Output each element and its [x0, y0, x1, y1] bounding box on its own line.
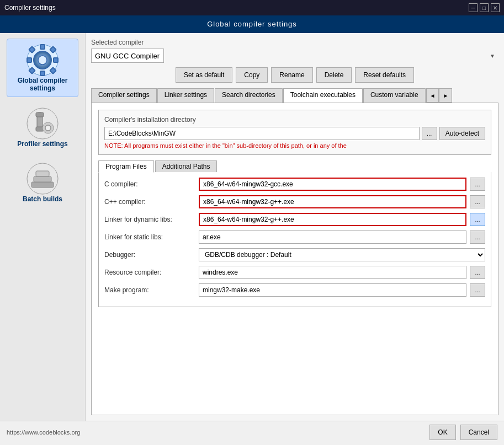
- sidebar-item-profiler[interactable]: Profiler settings: [7, 103, 78, 152]
- minimize-button[interactable]: ─: [469, 3, 478, 12]
- title-bar: Compiler settings ─ □ ✕: [0, 0, 504, 15]
- install-dir-row: ... Auto-detect: [104, 127, 485, 140]
- install-dir-section: Compiler's installation directory ... Au…: [98, 110, 491, 155]
- sub-tabs: Program Files Additional Paths: [98, 160, 491, 172]
- svg-rect-20: [36, 171, 49, 176]
- svg-rect-18: [31, 182, 54, 187]
- dialog-title: Global compiler settings: [207, 20, 297, 28]
- cpp-compiler-browse-button[interactable]: ...: [470, 195, 485, 208]
- main-panel: Compiler's installation directory ... Au…: [91, 103, 498, 415]
- linker-static-row: Linker for static libs: ...: [104, 230, 485, 244]
- sidebar-item-global-compiler[interactable]: Global compiler settings: [7, 39, 78, 97]
- delete-button[interactable]: Delete: [316, 67, 352, 83]
- cancel-button[interactable]: Cancel: [460, 425, 497, 440]
- dialog-header: Global compiler settings: [0, 15, 504, 33]
- debugger-select[interactable]: GDB/CDB debugger : Default: [199, 248, 485, 261]
- install-dir-note: NOTE: All programs must exist either in …: [104, 142, 485, 149]
- linker-static-input[interactable]: [199, 230, 466, 244]
- svg-rect-1: [40, 45, 45, 49]
- linker-dynamic-browse-button[interactable]: ...: [470, 213, 485, 226]
- make-program-row: Make program: ...: [104, 283, 485, 297]
- svg-point-16: [45, 125, 51, 131]
- linker-dynamic-row: Linker for dynamic libs: ...: [104, 213, 485, 226]
- program-files-panel: C compiler: ... C++ compiler: ... Linker…: [98, 172, 491, 307]
- reset-defaults-button[interactable]: Reset defaults: [355, 67, 414, 83]
- title-bar-text: Compiler settings: [4, 4, 56, 12]
- cpp-compiler-row: C++ compiler: ...: [104, 195, 485, 208]
- sidebar-item-global-compiler-label: Global compiler settings: [12, 77, 73, 92]
- svg-point-10: [38, 56, 47, 65]
- make-program-label: Make program:: [104, 286, 195, 294]
- batch-builds-icon: [26, 162, 59, 195]
- title-bar-controls: ─ □ ✕: [469, 3, 500, 12]
- close-button[interactable]: ✕: [491, 3, 500, 12]
- rename-button[interactable]: Rename: [271, 67, 312, 83]
- sidebar: Global compiler settings Profiler settin…: [0, 33, 86, 421]
- compiler-select-wrapper: GNU GCC Compiler ▼: [91, 49, 498, 63]
- linker-dynamic-label: Linker for dynamic libs:: [104, 216, 195, 223]
- linker-static-browse-button[interactable]: ...: [470, 230, 485, 244]
- compiler-select[interactable]: GNU GCC Compiler: [91, 49, 164, 63]
- resource-compiler-browse-button[interactable]: ...: [470, 266, 485, 279]
- resource-compiler-label: Resource compiler:: [104, 269, 195, 276]
- tab-search-directories[interactable]: Search directories: [215, 88, 283, 103]
- compiler-select-row: GNU GCC Compiler ▼: [91, 49, 498, 63]
- sidebar-item-batch-builds-label: Batch builds: [23, 195, 62, 203]
- resource-compiler-row: Resource compiler: ...: [104, 266, 485, 279]
- button-row: Set as default Copy Rename Delete Reset …: [91, 67, 498, 83]
- tab-nav-right-button[interactable]: ►: [439, 88, 452, 103]
- bottom-bar: https://www.codeblocks.org OK Cancel: [0, 421, 504, 443]
- sidebar-item-batch-builds[interactable]: Batch builds: [7, 158, 78, 207]
- profiler-icon: [26, 107, 59, 140]
- linker-static-label: Linker for static libs:: [104, 233, 195, 241]
- cpp-compiler-input[interactable]: [199, 195, 466, 208]
- gear-icon: [26, 44, 59, 77]
- install-dir-input[interactable]: [104, 127, 420, 140]
- svg-rect-2: [40, 71, 45, 76]
- select-arrow-icon: ▼: [490, 53, 495, 59]
- selected-compiler-label: Selected compiler: [91, 39, 498, 46]
- tab-custom-variables[interactable]: Custom variable: [363, 88, 426, 103]
- install-dir-label: Compiler's installation directory: [104, 116, 485, 124]
- resource-compiler-input[interactable]: [199, 266, 466, 279]
- content-area: Selected compiler GNU GCC Compiler ▼ Set…: [86, 33, 504, 421]
- c-compiler-input[interactable]: [199, 178, 466, 191]
- tab-nav-left-button[interactable]: ◄: [426, 88, 439, 103]
- tab-compiler-settings[interactable]: Compiler settings: [91, 88, 157, 103]
- debugger-row: Debugger: GDB/CDB debugger : Default: [104, 248, 485, 261]
- install-dir-browse-button[interactable]: ...: [422, 127, 437, 140]
- c-compiler-browse-button[interactable]: ...: [470, 178, 485, 191]
- copy-button[interactable]: Copy: [236, 67, 268, 83]
- debugger-label: Debugger:: [104, 251, 195, 259]
- sub-tab-additional-paths[interactable]: Additional Paths: [155, 160, 217, 172]
- svg-rect-19: [34, 176, 51, 182]
- maximize-button[interactable]: □: [480, 3, 489, 12]
- cpp-compiler-label: C++ compiler:: [104, 198, 195, 206]
- make-program-browse-button[interactable]: ...: [470, 283, 485, 297]
- c-compiler-row: C compiler: ...: [104, 178, 485, 191]
- sub-tab-program-files[interactable]: Program Files: [98, 160, 154, 173]
- ok-button[interactable]: OK: [429, 425, 455, 440]
- tab-toolchain-executables[interactable]: Toolchain executables: [283, 88, 363, 103]
- make-program-input[interactable]: [199, 283, 466, 297]
- c-compiler-label: C compiler:: [104, 180, 195, 188]
- linker-dynamic-input[interactable]: [199, 213, 466, 226]
- auto-detect-button[interactable]: Auto-detect: [439, 127, 485, 140]
- sidebar-item-profiler-label: Profiler settings: [17, 140, 67, 148]
- selected-compiler-section: Selected compiler GNU GCC Compiler ▼: [91, 39, 498, 67]
- svg-rect-3: [27, 58, 31, 62]
- tab-linker-settings[interactable]: Linker settings: [157, 88, 214, 103]
- set-as-default-button[interactable]: Set as default: [176, 67, 232, 83]
- main-layout: Global compiler settings Profiler settin…: [0, 33, 504, 421]
- status-text: https://www.codeblocks.org: [7, 429, 425, 436]
- svg-rect-4: [54, 58, 58, 62]
- svg-rect-13: [36, 112, 44, 117]
- main-tabs: Compiler settings Linker settings Search…: [91, 88, 498, 103]
